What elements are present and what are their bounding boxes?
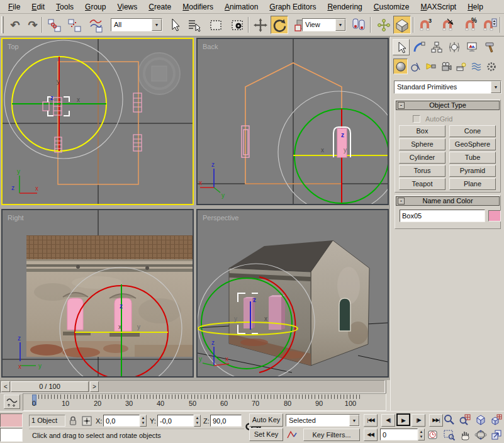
maxscript-listener-pink[interactable] — [0, 413, 23, 427]
spinner-snap-toggle-icon[interactable] — [481, 16, 498, 34]
select-by-name-icon[interactable] — [186, 16, 203, 34]
absolute-offset-mode-icon[interactable] — [81, 415, 93, 427]
select-and-rotate-icon[interactable] — [271, 16, 288, 34]
pan-hand-icon[interactable] — [457, 428, 472, 442]
chevron-down-icon[interactable]: ▼ — [152, 19, 162, 31]
menu-rendering[interactable]: Rendering — [322, 1, 367, 13]
zoom-extents-all-icon[interactable] — [489, 413, 503, 427]
tab-hierarchy[interactable] — [428, 39, 445, 55]
reference-coordinate-combo[interactable]: View ▼ — [302, 18, 346, 31]
menu-modifiers[interactable]: Modifiers — [177, 1, 219, 13]
arc-rotate-icon[interactable] — [473, 428, 488, 442]
category-shapes-icon[interactable] — [408, 59, 423, 74]
viewcube-ghost[interactable] — [138, 53, 180, 94]
category-helpers-icon[interactable] — [454, 59, 468, 74]
region-zoom-icon[interactable] — [442, 428, 456, 442]
geosphere-button[interactable]: GeoSphere — [449, 138, 496, 150]
category-lights-icon[interactable] — [423, 59, 438, 74]
category-space-warps-icon[interactable] — [469, 59, 483, 74]
play-button[interactable]: ▶ — [396, 413, 410, 426]
key-filters-button[interactable]: Key Filters... — [303, 429, 360, 441]
unlink-selection-icon[interactable] — [65, 16, 83, 34]
select-and-link-icon[interactable] — [45, 16, 63, 34]
bind-to-space-warp-icon[interactable] — [87, 16, 104, 34]
toolbar-grip[interactable] — [1, 16, 4, 33]
previous-frame-arrow[interactable]: < — [1, 381, 10, 392]
tab-modify[interactable] — [410, 39, 427, 55]
time-slider-grip[interactable]: 0 / 100 — [11, 381, 89, 392]
viewport-right[interactable]: Right — [1, 209, 194, 378]
teapot-button[interactable]: Teapot — [399, 178, 445, 190]
menu-views[interactable]: Views — [111, 1, 143, 13]
menu-help[interactable]: Help — [462, 1, 489, 13]
cone-button[interactable]: Cone — [449, 125, 496, 137]
use-pivot-point-center-icon[interactable] — [350, 16, 367, 34]
next-frame-button[interactable]: ||▶ — [412, 414, 425, 427]
menu-tools[interactable]: Tools — [50, 1, 79, 13]
torus-button[interactable]: Torus — [399, 165, 445, 177]
redo-icon[interactable]: ↷ — [24, 16, 42, 34]
zoom-all-icon[interactable] — [457, 413, 472, 427]
category-geometry-icon[interactable] — [393, 59, 408, 74]
go-to-end-button[interactable]: ▶▶| — [429, 414, 443, 427]
box-button[interactable]: Box — [399, 125, 445, 137]
rectangular-selection-region-icon[interactable] — [207, 16, 225, 34]
category-cameras-icon[interactable] — [439, 59, 453, 74]
menu-maxscript[interactable]: MAXScript — [415, 1, 462, 13]
time-configuration-icon[interactable] — [427, 429, 439, 441]
go-to-start-button[interactable]: |◀◀ — [364, 414, 378, 427]
tab-utilities[interactable] — [481, 39, 498, 55]
viewport-perspective[interactable]: Perspective — [196, 209, 389, 378]
snap-3d-magnet-icon[interactable]: 3 — [416, 16, 434, 34]
next-frame-arrow[interactable]: > — [90, 381, 99, 392]
autogrid-checkbox[interactable] — [413, 115, 420, 123]
z-coord-field[interactable] — [210, 415, 242, 427]
subcategory-combo[interactable]: Standard Primitives ▼ — [394, 81, 501, 94]
rotate-gizmo-outer-ring[interactable] — [4, 40, 123, 159]
menu-animation[interactable]: Animation — [219, 1, 264, 13]
undo-icon[interactable]: ↶ — [6, 16, 24, 34]
object-type-rollout-header[interactable]: - Object Type — [396, 101, 500, 110]
named-selection-set-combo[interactable]: All ▼ — [111, 18, 162, 31]
track-bar-ruler[interactable]: 0 10 20 30 40 50 60 70 80 90 100 — [23, 393, 386, 411]
tab-create[interactable] — [393, 39, 410, 55]
menu-edit[interactable]: Edit — [26, 1, 50, 13]
auto-key-button[interactable]: Auto Key — [249, 413, 283, 427]
collapse-icon[interactable]: - — [398, 198, 405, 205]
cylinder-button[interactable]: Cylinder — [399, 152, 445, 164]
chevron-down-icon[interactable]: ▼ — [491, 81, 501, 93]
plane-button[interactable]: Plane — [449, 178, 496, 190]
object-color-swatch[interactable] — [488, 210, 501, 222]
key-mode-combo[interactable]: Selected ▼ — [286, 414, 360, 427]
menu-create[interactable]: Create — [143, 1, 177, 13]
menu-file[interactable]: File — [3, 1, 26, 13]
current-frame-field[interactable] — [380, 429, 418, 440]
zoom-icon[interactable] — [442, 413, 456, 427]
object-name-field[interactable] — [400, 210, 485, 222]
frame-spinner[interactable]: ▲▼ — [418, 429, 425, 440]
viewport-top[interactable]: Top — [1, 38, 194, 205]
percent-snap-toggle-icon[interactable]: % — [461, 16, 479, 34]
chevron-down-icon[interactable]: ▼ — [335, 19, 345, 31]
window-crossing-toggle-icon[interactable] — [228, 16, 246, 34]
menu-customize[interactable]: Customize — [368, 1, 415, 13]
viewport-back[interactable]: Back z x y — [196, 38, 389, 205]
tube-button[interactable]: Tube — [449, 152, 496, 164]
pyramid-button[interactable]: Pyramid — [449, 165, 496, 177]
category-systems-icon[interactable] — [484, 59, 498, 74]
tab-motion[interactable] — [445, 39, 462, 55]
sphere-button[interactable]: Sphere — [399, 138, 445, 150]
key-mode-toggle-button[interactable]: ◀◀| — [364, 429, 378, 441]
previous-frame-button[interactable]: ◀|| — [381, 414, 395, 427]
name-color-rollout-header[interactable]: - Name and Color — [396, 196, 500, 206]
set-key-button[interactable]: Set Key — [249, 428, 283, 441]
angle-snap-toggle-icon[interactable] — [439, 16, 456, 34]
chevron-down-icon[interactable]: ▼ — [349, 415, 359, 426]
x-coord-field[interactable] — [103, 415, 140, 427]
menu-group[interactable]: Group — [79, 1, 111, 13]
snaps-toggle-3d-icon[interactable] — [393, 16, 411, 34]
x-spinner[interactable]: ▲▼ — [140, 415, 147, 427]
select-and-move-icon[interactable] — [252, 16, 269, 34]
y-spinner[interactable]: ▲▼ — [194, 415, 201, 427]
maxscript-listener-white[interactable] — [0, 428, 23, 442]
